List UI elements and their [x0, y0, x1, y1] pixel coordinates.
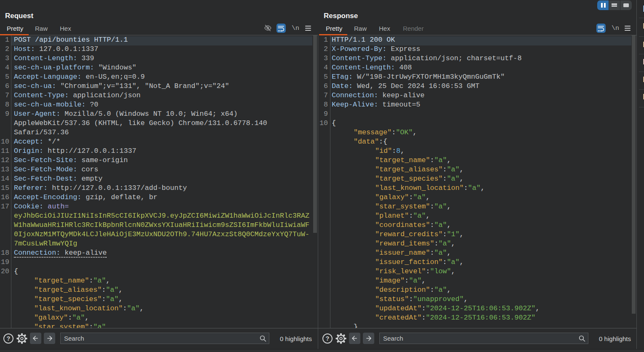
svg-text:?: ?: [6, 335, 10, 342]
svg-text:?: ?: [325, 335, 329, 342]
